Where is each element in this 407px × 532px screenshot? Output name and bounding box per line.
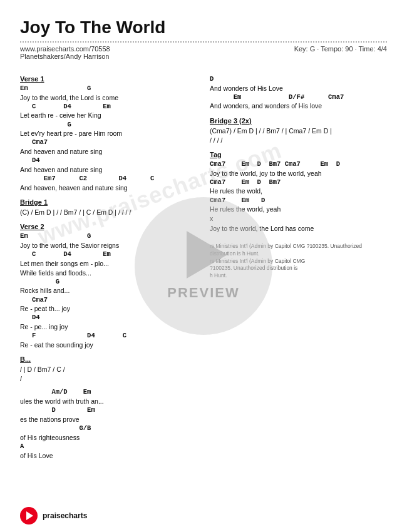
bridge2-section: B... / | D / Bm7 / C / / bbox=[20, 356, 197, 383]
chord: D bbox=[210, 75, 387, 84]
lyric: Re - eat the sounding joy bbox=[20, 340, 197, 349]
lyric: Rocks hills and... bbox=[20, 286, 197, 295]
bridge3-line1: (Cma7) / Em D | / / Bm7 / | Cma7 / Em D … bbox=[210, 126, 387, 135]
chord: C D4 Em bbox=[20, 250, 197, 259]
chord: G bbox=[20, 278, 197, 287]
lyric: es the nations prove bbox=[20, 415, 197, 424]
bridge1-section: Bridge 1 (C) / Em D | / / Bm7 / | C / Em… bbox=[20, 198, 197, 217]
verse2-label: Verse 2 bbox=[20, 223, 197, 230]
continuation-section: D And wonders of His Love Em D/F# Cma7 A… bbox=[210, 75, 387, 111]
page: Joy To The World www.praisecharts.com/70… bbox=[0, 0, 407, 532]
footer: praisecharts bbox=[20, 507, 87, 524]
lyric: ules the world with truth an... bbox=[20, 397, 197, 406]
divider bbox=[20, 41, 387, 43]
bridge2-line2: / bbox=[20, 374, 197, 383]
chord: D4 bbox=[20, 314, 197, 322]
right-column: D And wonders of His Love Em D/F# Cma7 A… bbox=[210, 69, 387, 465]
bridge3-section: Bridge 3 (2x) (Cma7) / Em D | / / Bm7 / … bbox=[210, 117, 387, 145]
lyric: And heaven and nature sing bbox=[20, 147, 197, 156]
verse1-section: Verse 1 Em G Joy to the world, the Lord … bbox=[20, 75, 197, 192]
chord: Cma7 Em D bbox=[210, 197, 387, 205]
lyric: Let men their songs em - plo... bbox=[20, 259, 197, 268]
lyric: Joy to the world, the Lord is come bbox=[20, 93, 197, 102]
lyric: of His righteousness bbox=[20, 433, 197, 442]
song-title: Joy To The World bbox=[20, 18, 387, 38]
tag-final: Joy to the world, the Lord has come bbox=[210, 224, 387, 233]
chord: D Em bbox=[20, 406, 197, 415]
chord: Cma7 Em D Bm7 Cma7 Em D bbox=[210, 160, 387, 169]
chord: G bbox=[20, 121, 197, 130]
lyric: He rules the world, yeah bbox=[210, 205, 387, 213]
chord: Cma7 bbox=[20, 296, 197, 305]
copyright-block: rs Ministries Int'l (Admin by Capitol CM… bbox=[210, 243, 387, 280]
chord: Cma7 Em D Bm7 bbox=[210, 178, 387, 187]
subtitle-bar: www.praisecharts.com/70558 Planetshakers… bbox=[20, 45, 387, 60]
lyric: Let earth re - ceive her King bbox=[20, 111, 197, 120]
chord: F D4 C bbox=[20, 332, 197, 340]
lyric: Re - pe... ing joy bbox=[20, 322, 197, 331]
verse1-label: Verse 1 bbox=[20, 75, 197, 83]
lyric: Joy to the world, joy to the world, yeah bbox=[210, 169, 387, 178]
footer-brand: praisecharts bbox=[43, 511, 87, 520]
chord: G/B bbox=[20, 424, 197, 433]
chord: Am/D Em bbox=[20, 388, 197, 397]
key-tempo-time: Key: G · Tempo: 90 · Time: 4/4 bbox=[294, 45, 387, 60]
lyric: He rules the wold, bbox=[210, 187, 387, 195]
lyric: Joy to the world, the Savior reigns bbox=[20, 241, 197, 250]
lyric: While fields and floods... bbox=[20, 269, 197, 277]
bridge2-line: / | D / Bm7 / C / bbox=[20, 365, 197, 374]
bridge3-label: Bridge 3 (2x) bbox=[210, 117, 387, 125]
bridge2-label: B... bbox=[20, 356, 197, 363]
lyric: Re - peat th... joy bbox=[20, 304, 197, 313]
logo-circle bbox=[20, 507, 38, 524]
content-columns: Verse 1 Em G Joy to the world, the Lord … bbox=[20, 69, 387, 465]
lyric: And wonders of His Love bbox=[210, 84, 387, 93]
lyric: Let ev'ry heart pre - pare Him room bbox=[20, 129, 197, 138]
lyric: And heaven and nature sing bbox=[20, 165, 197, 174]
lyric: And heaven, heaven and nature sing bbox=[20, 183, 197, 192]
chord: Em D/F# Cma7 bbox=[210, 93, 387, 102]
verse3-partial: Am/D Em ules the world with truth an... … bbox=[20, 388, 197, 459]
verse1-lines: Em G Joy to the world, the Lord is come … bbox=[20, 84, 197, 192]
tag-section: Tag Cma7 Em D Bm7 Cma7 Em D Joy to the w… bbox=[210, 151, 387, 233]
lyric: of His Love bbox=[20, 451, 197, 460]
chord: Em7 C2 D4 C bbox=[20, 175, 197, 183]
verse2-lines: Em G Joy to the world, the Savior reigns… bbox=[20, 232, 197, 349]
chord: D4 bbox=[20, 156, 197, 165]
chord: Em G bbox=[20, 84, 197, 93]
bridge1-label: Bridge 1 bbox=[20, 198, 197, 206]
url-artist: www.praisecharts.com/70558 Planetshakers… bbox=[20, 45, 110, 60]
bridge3-line2: / / / / bbox=[210, 136, 387, 145]
bridge1-line: (C) / Em D | / / Bm7 / | C / Em D | / / … bbox=[20, 208, 197, 217]
logo-play-icon bbox=[26, 511, 33, 520]
chord: A bbox=[20, 442, 197, 451]
chord: C D4 Em bbox=[20, 103, 197, 111]
lyric: And wonders, and wonders of His love bbox=[210, 101, 387, 110]
chord: Em G bbox=[20, 232, 197, 241]
left-column: Verse 1 Em G Joy to the world, the Lord … bbox=[20, 69, 197, 465]
tag-x: x bbox=[210, 214, 387, 223]
tag-label: Tag bbox=[210, 151, 387, 158]
verse2-section: Verse 2 Em G Joy to the world, the Savio… bbox=[20, 223, 197, 349]
chord: Cma7 bbox=[20, 138, 197, 147]
